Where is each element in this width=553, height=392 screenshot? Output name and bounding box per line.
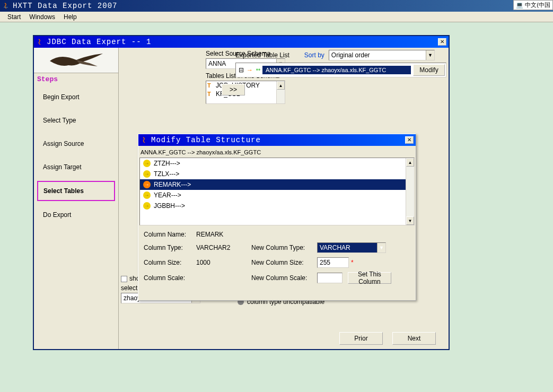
step-do-export[interactable]: Do Export <box>37 205 115 224</box>
modify-button[interactable]: Modify <box>413 64 445 76</box>
exported-list-label: Exported Table List <box>235 51 289 59</box>
col-type-value: VARCHAR2 <box>196 244 249 251</box>
sort-by-combo[interactable]: Original order ▼ <box>329 50 435 60</box>
modal-subtitle: ANNA.KF_GGTC --> zhaoyx/aa.xls.KF_GGTC <box>139 147 415 158</box>
column-row[interactable]: →ZTZH---> <box>140 158 414 169</box>
modal-body: ANNA.KF_GGTC --> zhaoyx/aa.xls.KF_GGTC →… <box>138 146 416 290</box>
nav-buttons: Prior Next <box>339 332 436 345</box>
col-size-value: 1000 <box>196 259 249 266</box>
exported-table-text: ANNA.KF_GGTC --> zhaoyx/aa.xls.KF_GGTC <box>262 66 411 74</box>
prior-button[interactable]: Prior <box>339 332 383 345</box>
menu-windows[interactable]: Windows <box>25 12 59 22</box>
scrollbar[interactable]: ▲▼ <box>406 158 414 225</box>
column-row[interactable]: →YEAR---> <box>140 190 414 201</box>
new-col-type-combo[interactable]: VARCHAR▼ <box>317 242 386 253</box>
close-icon[interactable]: ✕ <box>438 38 446 46</box>
steps-sidebar: Steps Begin Export Select Type Assign So… <box>34 48 119 349</box>
app-title: HXTT Data Export 2007 <box>13 2 117 10</box>
scroll-up-icon[interactable]: ▲ <box>277 81 285 90</box>
list-item[interactable]: TJOB_HISTORY <box>206 81 285 90</box>
column-row[interactable]: →JGBBH---> <box>140 201 414 211</box>
inner-title-text: JDBC Data Expert -- 1 <box>47 38 151 46</box>
step-begin-export[interactable]: Begin Export <box>37 88 115 107</box>
required-star: * <box>351 259 354 266</box>
steps-header: Steps <box>34 73 118 85</box>
step-assign-source[interactable]: Assign Source <box>37 134 115 153</box>
column-status-icon: → <box>143 170 151 178</box>
step-select-tables[interactable]: Select Tables <box>37 181 115 201</box>
menu-help[interactable]: Help <box>59 12 81 22</box>
transfer-button-wrap: >> <box>222 84 245 95</box>
modal-title-bar: Modify Table Structure ✕ <box>138 134 416 146</box>
exported-table-row[interactable]: ⊟ → •• ANNA.KF_GGTC --> zhaoyx/aa.xls.KF… <box>235 63 446 77</box>
scroll-down-icon[interactable]: ▼ <box>406 216 414 225</box>
new-col-size-input[interactable]: 255 <box>317 257 349 268</box>
column-status-icon: → <box>143 160 151 167</box>
chevron-down-icon[interactable]: ▼ <box>377 243 385 252</box>
new-col-size-label: New Column Size: <box>251 259 315 266</box>
col-scale-label: Column Scale: <box>144 274 194 282</box>
java-icon <box>141 136 148 144</box>
table-icon: T <box>207 91 214 97</box>
next-button[interactable]: Next <box>392 332 436 345</box>
column-status-icon: → <box>143 191 151 199</box>
new-col-scale-label: New Column Scale: <box>251 274 315 282</box>
new-col-type-label: New Column Type: <box>251 244 315 251</box>
arrow-icon: → <box>245 66 254 74</box>
modify-table-dialog: Modify Table Structure ✕ ANNA.KF_GGTC --… <box>138 134 416 301</box>
column-list[interactable]: →ZTZH---> →TZLX---> →REMARK---> →YEAR---… <box>139 158 415 225</box>
column-row-selected[interactable]: →REMARK---> <box>140 179 414 190</box>
set-column-button[interactable]: Set This Column <box>348 272 391 284</box>
table-icon: T <box>207 82 214 89</box>
show-views-checkbox[interactable] <box>121 276 127 282</box>
transfer-button[interactable]: >> <box>222 84 245 95</box>
language-indicator[interactable]: 💻 中文(中国 <box>513 0 553 10</box>
java-icon <box>2 2 10 10</box>
scroll-up-icon[interactable]: ▲ <box>406 158 414 167</box>
step-select-type[interactable]: Select Type <box>37 111 115 130</box>
dots-icon: •• <box>254 66 262 74</box>
workspace: JDBC Data Expert -- 1 ✕ Steps Begin Expo… <box>0 22 553 392</box>
list-item[interactable]: TKF_CSB <box>206 90 285 98</box>
export-status-icon: ⊟ <box>237 66 245 74</box>
col-name-label: Column Name: <box>144 231 194 238</box>
col-size-label: Column Size: <box>144 259 194 266</box>
tables-listbox[interactable]: TJOB_HISTORY TKF_CSB ▲ <box>206 81 285 104</box>
column-status-icon: → <box>143 181 151 188</box>
col-type-label: Column Type: <box>144 244 194 251</box>
eagle-logo <box>34 48 118 73</box>
menu-bar: Start Windows Help <box>0 12 553 22</box>
inner-title-bar: JDBC Data Expert -- 1 ✕ <box>34 36 449 48</box>
scrollbar[interactable]: ▲ <box>276 81 285 103</box>
menu-start[interactable]: Start <box>3 12 25 22</box>
column-row[interactable]: →TZLX---> <box>140 169 414 179</box>
java-icon <box>36 38 43 46</box>
modal-title-text: Modify Table Structure <box>151 136 261 144</box>
step-assign-target[interactable]: Assign Target <box>37 158 115 177</box>
chevron-down-icon[interactable]: ▼ <box>426 50 434 60</box>
sort-by-label: Sort by <box>304 51 324 59</box>
close-icon[interactable]: ✕ <box>405 136 414 144</box>
column-form: Column Name: REMARK Column Type: VARCHAR… <box>139 225 415 289</box>
app-title-bar: HXTT Data Export 2007 <box>0 0 553 12</box>
export-pane: Exported Table List Sort by Original ord… <box>235 50 446 77</box>
new-col-scale-input[interactable] <box>317 273 343 283</box>
column-status-icon: → <box>143 202 151 210</box>
col-name-value: REMARK <box>196 231 249 238</box>
